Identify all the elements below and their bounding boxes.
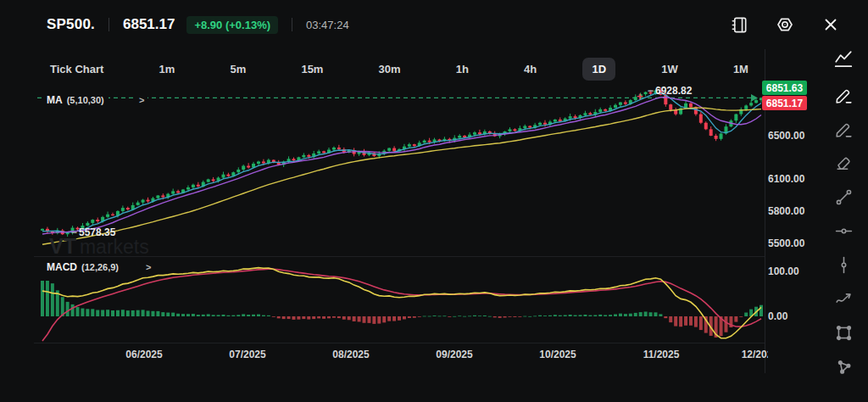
pencil-icon[interactable] bbox=[832, 84, 854, 106]
macd-collapse-chevron[interactable]: > bbox=[142, 261, 154, 273]
vertical-line-icon[interactable] bbox=[832, 254, 854, 276]
drawing-toolbar bbox=[819, 47, 868, 402]
x-tick: 10/2025 bbox=[539, 349, 576, 360]
x-tick: 11/2025 bbox=[643, 349, 680, 360]
arrow-wave-icon[interactable] bbox=[832, 288, 854, 310]
y-tick: 5500.00 bbox=[768, 237, 804, 249]
macd-name: MACD bbox=[47, 261, 77, 273]
rectangle-icon[interactable] bbox=[832, 321, 854, 343]
y-tick: 6500.00 bbox=[768, 130, 804, 142]
x-tick: 09/2025 bbox=[436, 349, 472, 360]
peak-marker: + bbox=[637, 90, 643, 103]
pencil-dim-icon[interactable] bbox=[832, 118, 854, 140]
x-tick: 06/2025 bbox=[125, 349, 162, 360]
x-axis: 06/2025 07/2025 08/2025 09/2025 10/2025 … bbox=[0, 346, 768, 365]
horizontal-line-icon[interactable] bbox=[832, 220, 854, 242]
indicators-icon[interactable] bbox=[832, 48, 854, 70]
eraser-icon[interactable] bbox=[832, 152, 854, 174]
y-tick: 5800.00 bbox=[768, 205, 804, 217]
chart-canvas[interactable] bbox=[0, 0, 868, 402]
macd-params: (12,26,9) bbox=[81, 262, 119, 272]
macd-y-tick: 100.00 bbox=[768, 265, 799, 277]
macd-indicator-label[interactable]: MACD (12,26,9) bbox=[42, 260, 123, 274]
ma-params: (5,10,30) bbox=[67, 95, 104, 105]
ask-price-badge: 6851.63 bbox=[762, 81, 807, 95]
x-tick: 07/2025 bbox=[229, 349, 265, 360]
trend-line-icon[interactable] bbox=[832, 186, 854, 208]
ma-collapse-chevron[interactable]: > bbox=[136, 94, 147, 106]
ma-name: MA bbox=[47, 94, 63, 106]
high-annotation: --6928.82 bbox=[648, 85, 692, 97]
x-tick: 08/2025 bbox=[332, 349, 369, 360]
last-price-badge: 6851.17 bbox=[762, 96, 807, 110]
y-tick: 6100.00 bbox=[768, 173, 804, 185]
polygon-icon[interactable] bbox=[832, 355, 854, 377]
x-tick: 12/202 bbox=[742, 349, 768, 360]
ma-indicator-label[interactable]: MA (5,10,30) bbox=[42, 93, 108, 107]
low-annotation: --5578.35 bbox=[71, 226, 115, 238]
macd-y-tick: 0.00 bbox=[768, 310, 787, 322]
trading-app: SP500. 6851.17 +8.90 (+0.13%) 03:47:24 bbox=[0, 0, 868, 402]
